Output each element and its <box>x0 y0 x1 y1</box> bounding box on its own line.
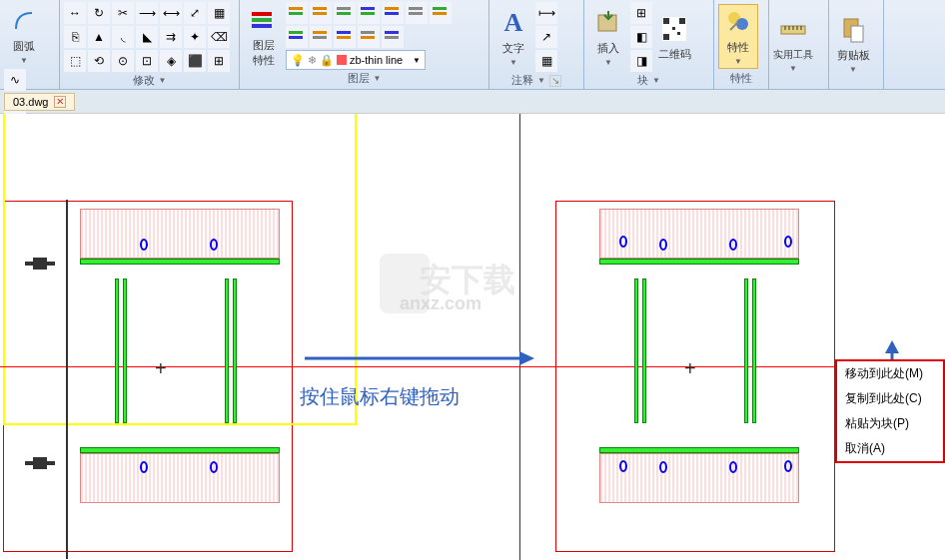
svg-rect-20 <box>313 36 327 39</box>
ribbon-group-block: 插入 ▼ ⊞ ◧ ◨ 二维码 块 ▼ <box>584 0 714 89</box>
explode-tool[interactable]: ✦ <box>184 26 206 48</box>
svg-rect-25 <box>385 31 399 34</box>
copy-tool[interactable]: ⎘ <box>64 26 86 48</box>
insert-block-button[interactable]: 插入 ▼ <box>588 5 628 70</box>
freeze-icon: ❄ <box>308 54 317 67</box>
qrcode-button[interactable]: 二维码 <box>654 5 694 70</box>
utility-button[interactable]: 实用工具 ▼ <box>773 11 813 76</box>
mirror-tool[interactable]: ▲ <box>88 26 110 48</box>
tool-b[interactable]: ⟲ <box>88 50 110 72</box>
ribbon-group-modify: ↔ ↻ ✂ ⟶ ⟷ ⤢ ▦ ⎘ ▲ ◟ ◣ ⇉ ✦ ⌫ <box>60 0 240 89</box>
svg-rect-9 <box>361 7 375 10</box>
drag-hint-text: 按住鼠标右键拖动 <box>300 383 460 410</box>
table-tool[interactable]: ▦ <box>535 50 557 72</box>
context-cancel[interactable]: 取消(A) <box>837 436 943 461</box>
insert-icon <box>592 7 624 39</box>
fillet-tool[interactable]: ◟ <box>112 26 134 48</box>
svg-rect-7 <box>337 7 351 10</box>
dimension-tool[interactable]: ⟼ <box>535 2 557 24</box>
layer-tool-2[interactable] <box>310 2 332 24</box>
right-stem-2 <box>642 279 646 423</box>
text-tool[interactable]: A 文字 ▼ <box>493 5 533 70</box>
measure-icon <box>777 14 809 46</box>
spline-tool[interactable]: ∿ <box>4 69 26 91</box>
layer-color-swatch <box>337 55 347 65</box>
layer-tool-8[interactable] <box>286 26 308 48</box>
layer-tool-9[interactable] <box>310 26 332 48</box>
svg-rect-26 <box>385 36 399 39</box>
svg-rect-30 <box>679 18 685 24</box>
anchor-bolt <box>25 453 55 473</box>
array-tool[interactable]: ▦ <box>208 2 230 24</box>
offset-tool[interactable]: ⇉ <box>160 26 182 48</box>
tool-a[interactable]: ⬚ <box>64 50 86 72</box>
svg-rect-17 <box>289 31 303 34</box>
qrcode-icon <box>658 13 690 45</box>
right-beam-top <box>599 209 799 279</box>
layer-tool-11[interactable] <box>358 26 380 48</box>
stretch-tool[interactable]: ⟷ <box>160 2 182 24</box>
lightbulb-icon: 💡 <box>291 54 305 67</box>
layer-tool-12[interactable] <box>382 26 404 48</box>
right-stem-3 <box>744 279 748 423</box>
scale-tool[interactable]: ⤢ <box>184 2 206 24</box>
layer-tool-4[interactable] <box>358 2 380 24</box>
chamfer-tool[interactable]: ◣ <box>136 26 158 48</box>
context-paste-block[interactable]: 粘贴为块(P) <box>837 411 943 436</box>
tab-close-icon[interactable]: ✕ <box>54 96 66 108</box>
drawing-canvas[interactable]: 安下载 anxz.com + <box>0 114 945 560</box>
layer-tool-5[interactable] <box>382 2 404 24</box>
svg-rect-16 <box>433 12 447 15</box>
context-copy-here[interactable]: 复制到此处(C) <box>837 386 943 411</box>
ribbon-group-drawing: 圆弧 ▼ ∿ ○ 图 ▼ <box>0 0 60 89</box>
left-stem-3 <box>225 279 229 423</box>
left-stem-2 <box>123 279 127 423</box>
svg-marker-49 <box>519 351 534 365</box>
layer-properties-button[interactable]: 图层 特性 <box>244 4 284 69</box>
layer-tool-1[interactable] <box>286 2 308 24</box>
properties-button[interactable]: 特性 ▼ <box>718 4 758 69</box>
trim-tool[interactable]: ✂ <box>112 2 134 24</box>
left-beam-bottom <box>80 433 280 503</box>
tool-d[interactable]: ⊡ <box>136 50 158 72</box>
layer-tool-6[interactable] <box>406 2 428 24</box>
svg-rect-14 <box>409 12 423 15</box>
watermark-shield <box>380 254 430 313</box>
expand-icon[interactable]: ↘ <box>549 75 561 87</box>
current-layer-dropdown[interactable]: 💡 ❄ 🔒 zb-thin line ▼ <box>286 50 426 70</box>
layer-tool-10[interactable] <box>334 26 356 48</box>
crosshair-source: + <box>155 357 167 380</box>
extend-tool[interactable]: ⟶ <box>136 2 158 24</box>
crosshair-target: + <box>684 357 696 380</box>
svg-rect-8 <box>337 12 351 15</box>
clipboard-button[interactable]: 剪贴板 ▼ <box>833 11 873 76</box>
layer-tool-7[interactable] <box>430 2 452 24</box>
leader-tool[interactable]: ↗ <box>535 26 557 48</box>
ribbon-group-layer: 图层 特性 <box>240 0 489 89</box>
tool-f[interactable]: ⬛ <box>184 50 206 72</box>
svg-rect-24 <box>361 36 375 39</box>
block-tool-3[interactable]: ◨ <box>630 50 652 72</box>
tool-c[interactable]: ⊙ <box>112 50 134 72</box>
arc-icon <box>8 5 40 37</box>
erase-tool[interactable]: ⌫ <box>208 26 230 48</box>
svg-rect-18 <box>289 36 303 39</box>
left-stem-1 <box>115 279 119 423</box>
move-tool[interactable]: ↔ <box>64 2 86 24</box>
rotate-tool[interactable]: ↻ <box>88 2 110 24</box>
context-move-here[interactable]: 移动到此处(M) <box>837 361 943 386</box>
svg-rect-13 <box>409 7 423 10</box>
ribbon-group-utility: 实用工具 ▼ <box>769 0 829 89</box>
block-tool-1[interactable]: ⊞ <box>630 2 652 24</box>
tool-g[interactable]: ⊞ <box>208 50 230 72</box>
svg-rect-12 <box>385 12 399 15</box>
arc-tool[interactable]: 圆弧 ▼ <box>4 2 44 67</box>
svg-rect-5 <box>313 7 327 10</box>
tool-e[interactable]: ◈ <box>160 50 182 72</box>
file-tab[interactable]: 03.dwg ✕ <box>4 93 75 111</box>
left-beam-top <box>80 209 280 279</box>
svg-rect-19 <box>313 31 327 34</box>
ribbon-group-properties: 特性 ▼ 特性 <box>714 0 769 89</box>
layer-tool-3[interactable] <box>334 2 356 24</box>
block-tool-2[interactable]: ◧ <box>630 26 652 48</box>
